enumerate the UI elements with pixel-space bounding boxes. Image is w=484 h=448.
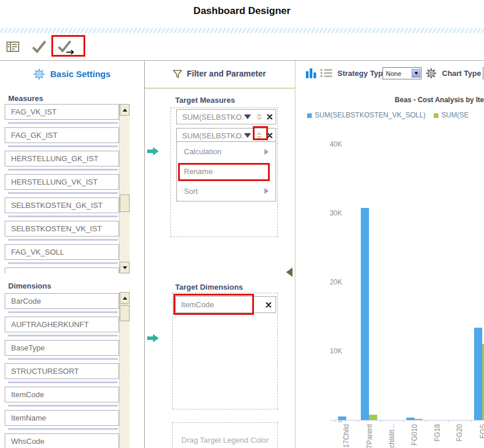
- main-toolbar: [0, 33, 484, 61]
- dimensions-list: BarCodeAUFTRAGHERKUNFTBaseTypeSTRUCTURES…: [5, 293, 119, 448]
- legend-color-dropzone[interactable]: Drag Target Legend Color: [172, 422, 278, 448]
- list-item[interactable]: SELBSTKOSTEN_VK_IST: [5, 221, 119, 237]
- list-item-wrap: BarCode: [5, 293, 119, 317]
- list-item-wrap: ItemCode: [5, 387, 119, 410]
- apply-and-run-button[interactable]: [57, 39, 79, 56]
- list-item[interactable]: HERSTELLUNG_GK_IST: [5, 151, 119, 166]
- target-dimensions-label: Target Dimensions: [175, 283, 243, 291]
- scrollbar-thumb[interactable]: [120, 305, 130, 321]
- remove-icon[interactable]: [267, 133, 273, 138]
- list-item[interactable]: SELBSTKOSTEN_GK_IST: [5, 197, 119, 213]
- measures-list: FAG_VK_ISTFAG_GK_ISTHERSTELLUNG_GK_ISTHE…: [5, 104, 119, 273]
- menu-item-calculation[interactable]: Calculation: [177, 142, 276, 162]
- list-item[interactable]: FAG_VK_SOLL: [5, 244, 119, 260]
- y-axis-tick-label: 20K: [319, 278, 342, 286]
- submenu-arrow-icon: [264, 188, 269, 194]
- measures-section-label: Measures: [8, 94, 43, 103]
- dimensions-scrollbar: [119, 292, 130, 448]
- sort-updown-icon[interactable]: [256, 113, 262, 120]
- list-item[interactable]: WhsCode: [5, 433, 119, 448]
- list-item-shadow: [8, 358, 118, 360]
- list-item-shadow: [8, 335, 118, 336]
- filter-parameter-panel: Filter and Parameter Target Measures SUM…: [145, 61, 295, 448]
- x-axis-category-label: FG010: [410, 424, 419, 446]
- list-item-shadow: [8, 428, 118, 430]
- list-item-wrap: HERSTELLUNG_GK_IST: [5, 151, 119, 174]
- menu-item-label: Rename: [184, 167, 213, 176]
- remove-icon[interactable]: [266, 302, 271, 308]
- list-item-wrap: ItemName: [5, 410, 119, 433]
- filter-parameter-header[interactable]: Filter and Parameter: [145, 61, 295, 89]
- apply-button[interactable]: [31, 39, 47, 55]
- x-axis-tick: [403, 420, 403, 422]
- list-item[interactable]: [5, 268, 119, 273]
- list-item-shadow: [8, 311, 118, 313]
- legend-drop-hint: Drag Target Legend Color: [182, 436, 269, 444]
- menu-item-label: Sort: [184, 187, 198, 196]
- list-item[interactable]: ItemName: [5, 410, 119, 426]
- list-item[interactable]: AUFTRAGHERKUNFT: [5, 317, 119, 332]
- list-item-shadow: [8, 216, 118, 217]
- list-item[interactable]: STRUCTURESORT: [5, 363, 119, 379]
- document-properties-button[interactable]: [6, 40, 20, 54]
- x-axis-category-label: 17Parent: [365, 424, 373, 448]
- list-item[interactable]: HERSTELLUNG_VK_IST: [5, 174, 119, 190]
- list-item-shadow: [8, 239, 118, 241]
- x-axis-line: [330, 420, 484, 421]
- x-axis-category-label: 317Child: [342, 424, 350, 448]
- target-dimensions-dropzone[interactable]: ItemCode: [172, 293, 278, 409]
- menu-item-rename[interactable]: Rename: [177, 162, 276, 182]
- menu-item-label: Calculation: [184, 147, 221, 156]
- scroll-up-button[interactable]: [120, 104, 130, 116]
- chart-bar: [406, 418, 415, 420]
- list-item-wrap: SELBSTKOSTEN_GK_IST: [5, 197, 119, 221]
- list-item[interactable]: BarCode: [5, 293, 119, 309]
- chart-bar: [361, 208, 369, 420]
- list-item-wrap: HERSTELLUNG_VK_IST: [5, 174, 119, 197]
- sort-updown-icon[interactable]: [256, 132, 262, 139]
- y-axis-tick-label: 30K: [319, 209, 342, 217]
- x-axis-tick: [426, 420, 426, 422]
- remove-icon[interactable]: [267, 114, 273, 120]
- list-item-wrap: FAG_VK_SOLL: [5, 244, 119, 268]
- target-measure-label: SUM(SELBSTKO...: [177, 131, 244, 140]
- target-measure-label: SUM(SELBSTKO...: [177, 113, 244, 121]
- y-axis-tick-label: 40K: [319, 140, 342, 148]
- x-axis-tick: [448, 420, 449, 422]
- chart-bar: [415, 419, 423, 420]
- basic-settings-header[interactable]: Basic Settings: [0, 61, 144, 88]
- target-dimension-row[interactable]: ItemCode: [175, 296, 276, 313]
- list-item[interactable]: ItemCode: [5, 387, 119, 402]
- scroll-down-button[interactable]: [120, 262, 130, 273]
- y-axis-tick-label: 10K: [319, 347, 342, 355]
- x-axis-category-label: FG18: [433, 424, 441, 442]
- submenu-arrow-icon: [264, 149, 269, 155]
- funnel-icon: [172, 69, 183, 79]
- scroll-up-button[interactable]: [120, 292, 130, 304]
- target-measures-label: Target Measures: [175, 96, 235, 105]
- list-item-wrap: FAG_VK_IST: [5, 104, 119, 127]
- x-axis-tick: [358, 420, 358, 422]
- list-item-shadow: [8, 192, 118, 194]
- form-icon: [6, 40, 20, 54]
- list-item[interactable]: FAG_GK_IST: [5, 127, 119, 143]
- scrollbar-thumb[interactable]: [120, 195, 130, 212]
- x-axis-category-label: i_childit...: [388, 424, 396, 448]
- dimensions-section-label: Dimensions: [8, 282, 51, 290]
- collapse-panel-arrow-icon[interactable]: [286, 268, 293, 277]
- chart-preview-panel: Strategy Type None Chart Type Beas - Cos…: [295, 61, 484, 448]
- target-measures-dropzone[interactable]: SUM(SELBSTKO...SUM(SELBSTKO... Calculati…: [170, 107, 278, 237]
- target-measure-row[interactable]: SUM(SELBSTKO...: [176, 109, 276, 124]
- x-axis-tick: [381, 420, 381, 422]
- decorative-stripe-band: [0, 28, 484, 33]
- chevron-down-icon[interactable]: [244, 114, 251, 119]
- list-item-wrap: AUFTRAGHERKUNFT: [5, 317, 119, 340]
- chevron-down-icon[interactable]: [244, 133, 251, 138]
- target-dimension-label: ItemCode: [176, 300, 266, 309]
- list-item[interactable]: FAG_VK_IST: [5, 104, 119, 120]
- list-item[interactable]: BaseType: [5, 340, 119, 356]
- list-item-shadow: [8, 145, 118, 147]
- check-arrow-icon: [57, 39, 79, 56]
- menu-item-sort[interactable]: Sort: [177, 181, 276, 201]
- x-axis-category-label: FGS: [478, 424, 484, 439]
